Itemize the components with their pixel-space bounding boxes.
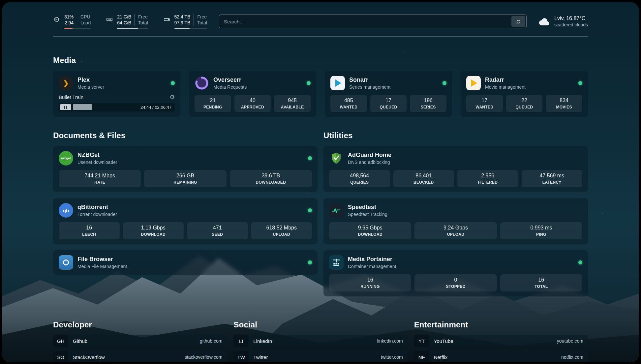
cpu-load-label: Load [80, 20, 91, 26]
dashboard-screen: 31% 2.94 CPU Load [2, 2, 639, 362]
app-subtitle: Series management [349, 84, 438, 90]
ram-free: 21 GiB [117, 14, 131, 20]
cloud-icon [538, 17, 550, 26]
stat-queued: 22QUEUED [506, 95, 543, 112]
entertainment-section-title: Entertainment [414, 320, 588, 329]
app-subtitle: Movie management [485, 84, 574, 90]
bookmark-name: Netflix [434, 354, 448, 360]
bookmark-linkedin[interactable]: LI LinkedIn linkedin.com [233, 335, 407, 347]
app-subtitle: Usenet downloader [77, 160, 304, 165]
stat-queued: 17QUEUED [370, 95, 407, 112]
weather-location: Lviv, 16.87°C [554, 15, 588, 21]
search-bar[interactable]: G [219, 15, 527, 28]
bookmark-abbr: YT [414, 335, 429, 347]
disk-usage-bar [174, 28, 207, 29]
bookmark-abbr: GH [53, 335, 68, 347]
stat-latency: 47.569 msLATENCY [522, 170, 583, 187]
media-section-title: Media [53, 56, 588, 65]
bookmark-group-entertainment: Entertainment YT YouTube youtube.com NF … [414, 320, 588, 362]
disk-free-label: Free [197, 14, 207, 20]
stat-wanted: 485WANTED [330, 95, 367, 112]
bookmark-abbr: TW [233, 351, 249, 362]
app-name: Overseerr [213, 76, 302, 83]
section-utilities: Utilities [323, 131, 588, 296]
status-dot [308, 260, 312, 264]
plex-card[interactable]: ❯ Plex Media server Bullet Train ⚙ [53, 71, 180, 117]
app-name: Plex [77, 76, 167, 83]
adguard-shield-icon [329, 151, 344, 166]
app-subtitle: Container management [348, 264, 574, 269]
bookmark-name: LinkedIn [253, 338, 272, 344]
stat-download: 9.65 GbpsDOWNLOAD [329, 222, 411, 239]
stat-download: 1.19 GbpsDOWNLOAD [123, 222, 184, 239]
stat-queries: 498,564QUERIES [329, 170, 390, 187]
status-dot [443, 81, 446, 85]
disk-icon [163, 16, 170, 23]
cpu-icon [53, 16, 60, 23]
bookmark-url: youtube.com [557, 338, 583, 344]
speedtest-card[interactable]: Speedtest Speedtest Tracking 9.65 GbpsDO… [323, 198, 588, 244]
bookmark-abbr: LI [233, 335, 249, 347]
bookmark-github[interactable]: GH Github github.com [53, 335, 227, 347]
cpu-load: 2.94 [65, 20, 74, 26]
stat-filtered: 2,956FILTERED [457, 170, 518, 187]
pause-button[interactable] [60, 104, 71, 110]
stat-upload: 9.24 GbpsUPLOAD [414, 222, 497, 239]
portainer-icon [329, 255, 344, 270]
app-subtitle: Media server [77, 84, 167, 90]
cpu-stat: 31% 2.94 CPU Load [53, 14, 91, 29]
sonarr-card[interactable]: Sonarr Series management 485WANTED 17QUE… [325, 71, 452, 117]
status-dot [307, 81, 311, 85]
stat-wanted: 17WANTED [466, 95, 503, 112]
disk-total: 97.9 TB [174, 20, 191, 26]
app-name: Speedtest [348, 204, 582, 211]
stat-blocked: 86,401BLOCKED [393, 170, 454, 187]
qbittorrent-card[interactable]: qb qBittorrent Torrent downloader 16LEEC… [53, 198, 318, 244]
app-name: Media Portainer [348, 256, 574, 263]
bookmark-abbr: SO [53, 351, 68, 362]
app-name: AdGuard Home [348, 152, 582, 159]
radarr-icon [466, 76, 481, 90]
app-subtitle: Speedtest Tracking [348, 212, 582, 217]
portainer-card[interactable]: Media Portainer Container management 16R… [323, 250, 588, 296]
system-stats: 31% 2.94 CPU Load [53, 14, 207, 29]
stat-stopped: 0STOPPED [414, 274, 497, 291]
nzbget-card[interactable]: nzbget NZBGet Usenet downloader 744.21 M… [53, 146, 318, 192]
app-name: qBittorrent [77, 204, 304, 211]
settings-gear-icon[interactable]: ⚙ [170, 94, 175, 100]
stat-series: 196SERIES [410, 95, 446, 112]
speedtest-icon [329, 203, 344, 218]
app-name: Sonarr [349, 76, 438, 83]
app-name: Radarr [485, 76, 574, 83]
search-input[interactable] [224, 19, 511, 24]
bookmark-url: twitter.com [381, 354, 403, 360]
radarr-card[interactable]: Radarr Movie management 17WANTED 22QUEUE… [461, 71, 588, 117]
topbar: 31% 2.94 CPU Load [53, 14, 588, 29]
status-dot [308, 208, 312, 212]
now-playing-title: Bullet Train [59, 94, 83, 100]
ram-usage-bar [117, 28, 148, 29]
search-engine-button[interactable]: G [511, 16, 525, 27]
stat-rate: 744.21 MbpsRATE [59, 170, 141, 187]
utilities-section-title: Utilities [323, 131, 588, 140]
cpu-percent: 31% [64, 14, 74, 20]
bookmark-netflix[interactable]: NF Netflix netflix.com [414, 351, 588, 362]
media-player-bar[interactable]: 24:44 / 02:06:47 [59, 103, 175, 111]
stat-remaining: 266 GBREMAINING [144, 170, 226, 187]
adguard-card[interactable]: AdGuard Home DNS and adblocking 498,564Q… [323, 146, 588, 192]
stat-seed: 471SEED [187, 222, 248, 239]
filebrowser-card[interactable]: File Browser Media File Management [53, 250, 318, 275]
bookmark-stackoverflow[interactable]: SO StackOverflow stackoverflow.com [53, 351, 227, 362]
disk-free: 52.4 TB [174, 14, 191, 20]
weather-condition: scattered clouds [554, 22, 588, 27]
overseerr-card[interactable]: Overseerr Media Requests 21PENDING 40APP… [189, 71, 316, 117]
plex-icon: ❯ [59, 76, 73, 90]
app-name: File Browser [77, 256, 304, 263]
social-section-title: Social [233, 320, 407, 329]
bookmark-name: YouTube [434, 338, 453, 344]
bookmark-twitter[interactable]: TW Twitter twitter.com [233, 351, 407, 362]
bookmark-youtube[interactable]: YT YouTube youtube.com [414, 335, 588, 347]
section-documents: Documents & Files nzbget NZBGet Usenet d… [53, 131, 318, 296]
stat-ping: 0.993 msPING [500, 222, 582, 239]
qbittorrent-icon: qb [59, 203, 73, 218]
